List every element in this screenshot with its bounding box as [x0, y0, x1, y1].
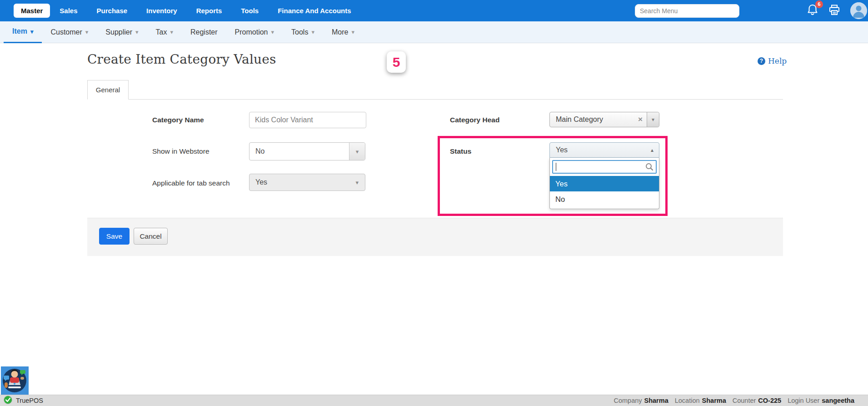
- app-window: Master Sales Purchase Inventory Reports …: [0, 0, 868, 406]
- status-option-yes[interactable]: Yes: [550, 176, 659, 191]
- search-menu-input[interactable]: [635, 4, 739, 18]
- login-user-info: Login User sangeetha: [788, 397, 854, 404]
- topnav-item-inventory[interactable]: Inventory: [137, 0, 187, 21]
- chevron-down-icon: ▾: [355, 179, 365, 186]
- subnav-item-customer[interactable]: Customer ▾: [42, 21, 97, 43]
- chevron-up-icon: ▴: [651, 147, 659, 153]
- printer-icon: [828, 4, 840, 18]
- show-in-webstore-label: Show in Webstore: [152, 147, 210, 155]
- secondary-navbar: Item ▾ Customer ▾ Supplier ▾ Tax ▾ Regis…: [0, 21, 868, 43]
- save-button[interactable]: Save: [99, 228, 130, 245]
- company-info: Company Sharma: [614, 397, 668, 404]
- topnav-item-sales[interactable]: Sales: [50, 0, 87, 21]
- subnav-item-tools[interactable]: Tools ▾: [283, 21, 323, 43]
- subnav-item-label: Tax: [156, 28, 167, 36]
- magnifier-icon: [645, 163, 653, 173]
- subnav-item-more[interactable]: More ▾: [323, 21, 363, 43]
- user-avatar[interactable]: [850, 2, 867, 19]
- topnav-item-purchase[interactable]: Purchase: [87, 0, 137, 21]
- status-option-no[interactable]: No: [550, 191, 659, 207]
- category-head-label: Category Head: [450, 116, 499, 124]
- topnav-item-finance[interactable]: Finance And Accounts: [268, 0, 360, 21]
- subnav-item-label: Customer: [50, 28, 82, 36]
- status-label: Status: [450, 147, 471, 155]
- chevron-down-icon: ▾: [311, 29, 314, 35]
- subnav-item-label: More: [332, 28, 348, 36]
- applicable-tab-search-select[interactable]: Yes ▾: [249, 174, 365, 191]
- chevron-down-icon: ▾: [85, 29, 89, 35]
- category-name-label: Category Name: [152, 116, 204, 124]
- text-cursor: [556, 163, 556, 171]
- support-chat-widget[interactable]: [1, 366, 29, 395]
- chevron-down-icon: ▾: [349, 143, 365, 160]
- annotation-step-badge: 5: [387, 51, 406, 73]
- subnav-item-promotion[interactable]: Promotion ▾: [226, 21, 283, 43]
- status-bar: TruePOS Company Sharma Location Sharma C…: [0, 395, 868, 406]
- chevron-down-icon: ▾: [30, 28, 34, 35]
- help-label: Help: [768, 56, 787, 65]
- tab-divider: [87, 99, 783, 100]
- status-dropdown-panel: Yes No: [549, 158, 659, 209]
- category-head-value: Main Category: [550, 115, 634, 124]
- subnav-item-label: Tools: [291, 28, 308, 36]
- topnav-item-master[interactable]: Master: [14, 4, 50, 18]
- topnav-item-tools[interactable]: Tools: [231, 0, 268, 21]
- chevron-down-icon: ▾: [135, 29, 139, 35]
- chevron-down-icon: ▾: [351, 29, 354, 35]
- brand-label: TruePOS: [16, 397, 43, 404]
- subnav-item-label: Promotion: [235, 28, 268, 36]
- clear-icon[interactable]: ×: [634, 115, 647, 124]
- question-icon: ?: [758, 57, 765, 65]
- support-chat-icon: [1, 366, 29, 395]
- subnav-item-item[interactable]: Item ▾: [4, 21, 42, 43]
- chevron-down-icon: ▾: [647, 112, 659, 127]
- category-name-input[interactable]: [249, 112, 366, 128]
- subnav-item-label: Register: [190, 28, 218, 36]
- status-search-input[interactable]: [552, 160, 657, 174]
- status-search-wrap: [552, 160, 657, 174]
- applicable-tab-search-value: Yes: [249, 178, 355, 186]
- subnav-item-label: Item: [12, 27, 27, 35]
- status-value: Yes: [550, 146, 651, 154]
- page-title: Create Item Category Values: [87, 52, 276, 67]
- check-icon: [4, 396, 12, 406]
- notifications-button[interactable]: 6: [807, 4, 818, 18]
- notification-count-badge: 6: [815, 0, 823, 8]
- category-head-select[interactable]: Main Category × ▾: [549, 112, 659, 127]
- top-navbar: Master Sales Purchase Inventory Reports …: [0, 0, 868, 21]
- subnav-item-label: Supplier: [105, 28, 132, 36]
- topnav-right-cluster: 6: [635, 0, 868, 21]
- show-in-webstore-value: No: [249, 147, 349, 155]
- help-link[interactable]: ? Help: [758, 56, 787, 65]
- print-button[interactable]: [828, 4, 840, 18]
- subnav-item-tax[interactable]: Tax ▾: [147, 21, 182, 43]
- chevron-down-icon: ▾: [271, 29, 274, 35]
- chevron-down-icon: ▾: [170, 29, 173, 35]
- session-info: Company Sharma Location Sharma Counter C…: [614, 397, 854, 404]
- topnav-item-reports[interactable]: Reports: [187, 0, 232, 21]
- applicable-tab-search-label: Applicable for tab search: [152, 179, 230, 187]
- subnav-item-supplier[interactable]: Supplier ▾: [97, 21, 147, 43]
- counter-info: Counter CO-225: [733, 397, 781, 404]
- location-info: Location Sharma: [675, 397, 726, 404]
- show-in-webstore-select[interactable]: No ▾: [249, 142, 365, 160]
- brand-area: TruePOS: [4, 396, 43, 406]
- status-select[interactable]: Yes ▴: [549, 142, 659, 158]
- subnav-item-register[interactable]: Register: [182, 21, 226, 43]
- form-action-strip: Save Cancel: [87, 218, 783, 256]
- cancel-button[interactable]: Cancel: [134, 228, 168, 245]
- tab-general[interactable]: General: [87, 80, 129, 100]
